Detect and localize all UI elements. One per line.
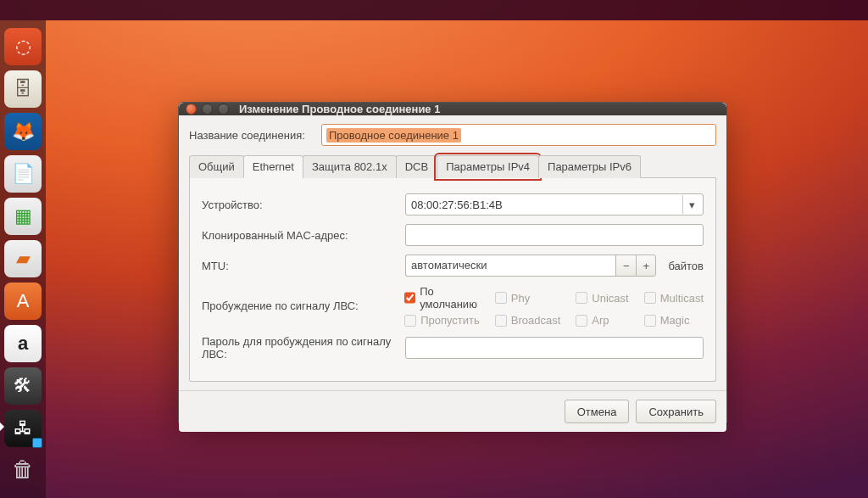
cloned-mac-input[interactable]	[405, 224, 704, 246]
ethernet-tab-panel: Устройство: 08:00:27:56:B1:4B ▾ Клониров…	[189, 178, 716, 382]
dash-icon[interactable]: ◌	[4, 28, 42, 65]
amazon-icon[interactable]: a	[4, 325, 42, 362]
wol-checkbox-group: По умолчанию Phy Unicast Multicast Пропу…	[404, 285, 704, 327]
top-menubar[interactable]	[0, 0, 868, 20]
software-icon[interactable]: A	[4, 283, 42, 320]
connection-name-input[interactable]: Проводное соединение 1	[321, 124, 716, 146]
window-close-button[interactable]	[186, 104, 197, 115]
window-minimize-button[interactable]	[202, 104, 213, 115]
wol-broadcast-checkbox[interactable]: Broadcast	[495, 314, 561, 327]
settings-icon[interactable]: 🛠	[4, 367, 42, 405]
tab-ipv6[interactable]: Параметры IPv6	[538, 155, 641, 178]
wol-phy-checkbox[interactable]: Phy	[495, 285, 561, 311]
wol-unicast-checkbox[interactable]: Unicast	[576, 285, 628, 311]
files-icon[interactable]: 🗄	[4, 70, 42, 108]
wol-password-input[interactable]	[405, 337, 704, 359]
firefox-icon[interactable]: 🦊	[4, 113, 42, 150]
tab-ethernet[interactable]: Ethernet	[243, 155, 303, 178]
mtu-spin-input[interactable]: автоматически	[405, 255, 615, 277]
save-button[interactable]: Сохранить	[636, 400, 716, 423]
calc-icon[interactable]: ▦	[4, 198, 42, 235]
wol-arp-checkbox[interactable]: Arp	[576, 314, 628, 327]
mtu-unit: байтов	[668, 260, 704, 272]
wol-multicast-checkbox[interactable]: Multicast	[644, 285, 704, 311]
chevron-down-icon: ▾	[682, 195, 701, 214]
tab-ipv4[interactable]: Параметры IPv4	[437, 155, 539, 178]
wol-default-checkbox[interactable]: По умолчанию	[404, 285, 480, 311]
mtu-decrement-button[interactable]: −	[615, 255, 636, 277]
dialog-footer: Отмена Сохранить	[179, 390, 726, 432]
device-label: Устройство:	[202, 199, 405, 211]
network-connection-editor-window: Изменение Проводное соединение 1 Названи…	[178, 102, 727, 424]
wol-label: Пробуждение по сигналу ЛВС:	[202, 299, 404, 312]
connection-name-value: Проводное соединение 1	[326, 128, 461, 143]
window-maximize-button[interactable]	[218, 104, 229, 115]
wol-password-label: Пароль для пробуждения по сигналу ЛВС:	[202, 335, 405, 361]
cancel-button[interactable]: Отмена	[565, 400, 630, 423]
network-settings-icon[interactable]: 🖧	[4, 410, 42, 447]
unity-launcher: ◌ 🗄 🦊 📄 ▦ ▰ A a 🛠 🖧 🗑	[0, 20, 46, 498]
device-combobox[interactable]: 08:00:27:56:B1:4B ▾	[405, 193, 704, 215]
device-value: 08:00:27:56:B1:4B	[411, 199, 503, 211]
tab-general[interactable]: Общий	[189, 155, 244, 178]
cloned-mac-label: Клонированный MAC-адрес:	[202, 229, 405, 242]
writer-icon[interactable]: 📄	[4, 155, 42, 193]
mtu-label: MTU:	[202, 260, 405, 272]
tab-dcb[interactable]: DCB	[396, 155, 437, 178]
tab-security[interactable]: Защита 802.1x	[303, 155, 397, 178]
window-title: Изменение Проводное соединение 1	[239, 103, 440, 115]
impress-icon[interactable]: ▰	[4, 240, 42, 277]
wol-ignore-checkbox[interactable]: Пропустить	[404, 314, 480, 327]
tabs-bar: Общий Ethernet Защита 802.1x DCB Парамет…	[189, 154, 716, 178]
window-titlebar[interactable]: Изменение Проводное соединение 1	[179, 103, 726, 115]
trash-icon[interactable]: 🗑	[4, 450, 42, 488]
mtu-increment-button[interactable]: +	[636, 255, 656, 277]
wol-magic-checkbox[interactable]: Magic	[644, 314, 704, 327]
connection-name-label: Название соединения:	[189, 129, 321, 142]
